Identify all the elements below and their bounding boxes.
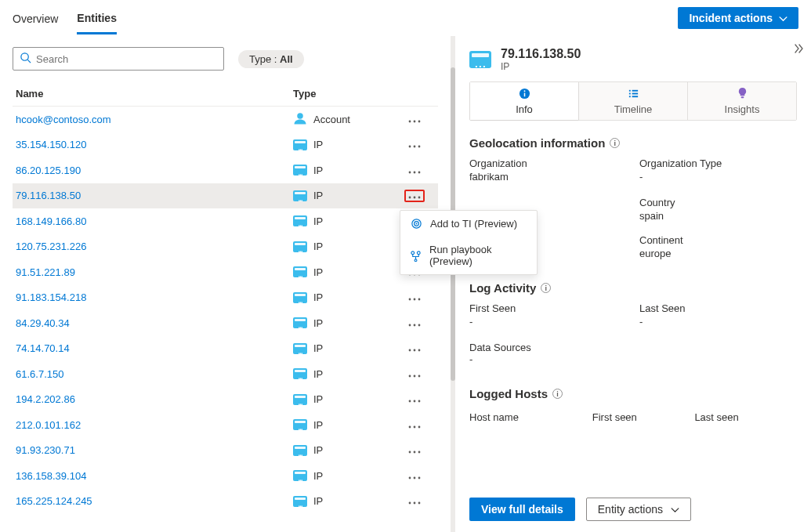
- table-row[interactable]: 35.154.150.120IP: [13, 132, 438, 158]
- svg-point-4: [414, 120, 416, 122]
- ellipsis-icon[interactable]: [408, 419, 421, 431]
- entity-tab-info[interactable]: Info: [470, 82, 578, 120]
- row-actions-button[interactable]: [403, 190, 426, 202]
- table-row[interactable]: 91.183.154.218IP: [13, 285, 438, 311]
- menu-add-to-ti[interactable]: Add to TI (Preview): [400, 211, 537, 237]
- geolocation-title: Geolocation information i: [469, 136, 797, 150]
- entity-name-link[interactable]: 91.93.230.71: [13, 444, 293, 456]
- col-header-name[interactable]: Name: [13, 88, 293, 100]
- type-filter-pill[interactable]: Type : All: [238, 50, 304, 68]
- svg-point-38: [418, 400, 421, 403]
- ellipsis-icon[interactable]: [408, 114, 421, 125]
- chevron-down-icon: [671, 503, 679, 516]
- entity-name-link[interactable]: 194.2.202.86: [13, 393, 293, 405]
- table-row[interactable]: 61.6.7.150IP: [13, 361, 438, 387]
- svg-point-27: [409, 324, 411, 326]
- ip-icon: [293, 394, 307, 405]
- table-row[interactable]: 91.51.221.89IP: [13, 259, 438, 285]
- entity-tab-insights-label: Insights: [725, 103, 760, 115]
- entity-type-cell: IP: [293, 470, 403, 482]
- row-actions-button[interactable]: [403, 342, 426, 354]
- entity-name-link[interactable]: 136.158.39.104: [13, 470, 293, 482]
- ellipsis-icon[interactable]: [408, 368, 421, 380]
- svg-point-0: [21, 53, 28, 60]
- search-input[interactable]: [36, 53, 217, 65]
- info-icon[interactable]: i: [610, 138, 620, 148]
- entity-name-link[interactable]: 86.20.125.190: [13, 165, 293, 176]
- table-row[interactable]: 120.75.231.226IP: [13, 234, 438, 260]
- ip-icon: [469, 51, 491, 68]
- firstseen-value: -: [469, 316, 627, 328]
- entity-subtitle: IP: [501, 61, 581, 72]
- entity-name-link[interactable]: 91.183.154.218: [13, 291, 293, 303]
- country-value: spain: [639, 210, 797, 222]
- entity-name-link[interactable]: 91.51.221.89: [13, 266, 293, 278]
- svg-line-1: [27, 60, 31, 63]
- entity-name-link[interactable]: 212.0.101.162: [13, 419, 293, 431]
- table-row[interactable]: 165.225.124.245IP: [13, 489, 438, 515]
- entity-type-cell: IP: [293, 241, 403, 252]
- col-header-type[interactable]: Type: [293, 88, 403, 100]
- ellipsis-icon[interactable]: [408, 495, 421, 507]
- entity-name-link[interactable]: 165.225.124.245: [13, 495, 293, 507]
- entity-name-link[interactable]: 84.29.40.34: [13, 317, 293, 329]
- info-icon[interactable]: i: [552, 389, 563, 399]
- incident-actions-button[interactable]: Incident actions: [678, 7, 798, 29]
- ellipsis-icon[interactable]: [408, 139, 421, 150]
- row-actions-button[interactable]: [403, 317, 426, 329]
- ellipsis-icon[interactable]: [408, 470, 421, 482]
- row-actions-button[interactable]: [403, 419, 426, 431]
- table-row[interactable]: 74.14.70.14IP: [13, 336, 438, 362]
- tab-entities[interactable]: Entities: [77, 2, 117, 34]
- table-row[interactable]: hcook@contoso.comAccount: [13, 107, 438, 132]
- entity-actions-button[interactable]: Entity actions: [586, 498, 691, 521]
- entity-name-link[interactable]: 35.154.150.120: [13, 139, 293, 150]
- table-row[interactable]: 168.149.166.80IP: [13, 208, 438, 234]
- info-icon[interactable]: i: [541, 283, 551, 293]
- entity-name-link[interactable]: 79.116.138.50: [13, 190, 293, 201]
- ip-icon: [293, 317, 307, 328]
- entity-name-link[interactable]: 61.6.7.150: [13, 368, 293, 380]
- table-row[interactable]: 194.2.202.86IP: [13, 387, 438, 413]
- table-row[interactable]: 136.158.39.104IP: [13, 463, 438, 489]
- view-full-details-button[interactable]: View full details: [469, 498, 575, 521]
- table-row[interactable]: 91.93.230.71IP: [13, 438, 438, 464]
- entity-name-link[interactable]: 120.75.231.226: [13, 241, 293, 252]
- ellipsis-icon[interactable]: [408, 444, 421, 456]
- svg-point-11: [418, 171, 421, 173]
- table-row[interactable]: 79.116.138.50IP: [13, 183, 438, 209]
- table-row[interactable]: 86.20.125.190IP: [13, 157, 438, 183]
- ellipsis-icon[interactable]: [408, 317, 421, 329]
- row-actions-button[interactable]: [403, 444, 426, 456]
- tab-overview[interactable]: Overview: [13, 3, 58, 33]
- ellipsis-icon[interactable]: [408, 291, 421, 303]
- orgtype-value: -: [639, 171, 797, 183]
- entity-tab-insights[interactable]: Insights: [687, 82, 796, 120]
- ellipsis-icon[interactable]: [408, 165, 421, 176]
- entity-tab-timeline[interactable]: Timeline: [578, 82, 687, 120]
- table-row[interactable]: 212.0.101.162IP: [13, 412, 438, 438]
- ellipsis-icon[interactable]: [408, 342, 421, 354]
- table-row[interactable]: 84.29.40.34IP: [13, 310, 438, 336]
- menu-run-playbook-label: Run playbook (Preview): [429, 244, 527, 267]
- info-icon: [519, 88, 530, 102]
- row-actions-button[interactable]: [403, 393, 426, 405]
- row-actions-button[interactable]: [403, 368, 426, 380]
- entity-name-link[interactable]: 168.149.166.80: [13, 215, 293, 227]
- incident-actions-label: Incident actions: [689, 12, 773, 24]
- search-input-container[interactable]: [13, 47, 224, 71]
- row-actions-button[interactable]: [403, 165, 426, 176]
- entity-name-link[interactable]: hcook@contoso.com: [13, 114, 293, 125]
- svg-rect-55: [632, 90, 638, 92]
- row-actions-button[interactable]: [403, 114, 426, 125]
- row-actions-button[interactable]: [403, 495, 426, 507]
- ellipsis-icon[interactable]: [408, 393, 421, 405]
- ellipsis-icon[interactable]: [404, 190, 425, 202]
- svg-point-12: [409, 196, 411, 198]
- row-actions-button[interactable]: [403, 470, 426, 482]
- entity-actions-label: Entity actions: [598, 503, 663, 516]
- row-actions-button[interactable]: [403, 291, 426, 303]
- entity-name-link[interactable]: 74.14.70.14: [13, 342, 293, 354]
- menu-run-playbook[interactable]: Run playbook (Preview): [400, 237, 537, 274]
- row-actions-button[interactable]: [403, 139, 426, 150]
